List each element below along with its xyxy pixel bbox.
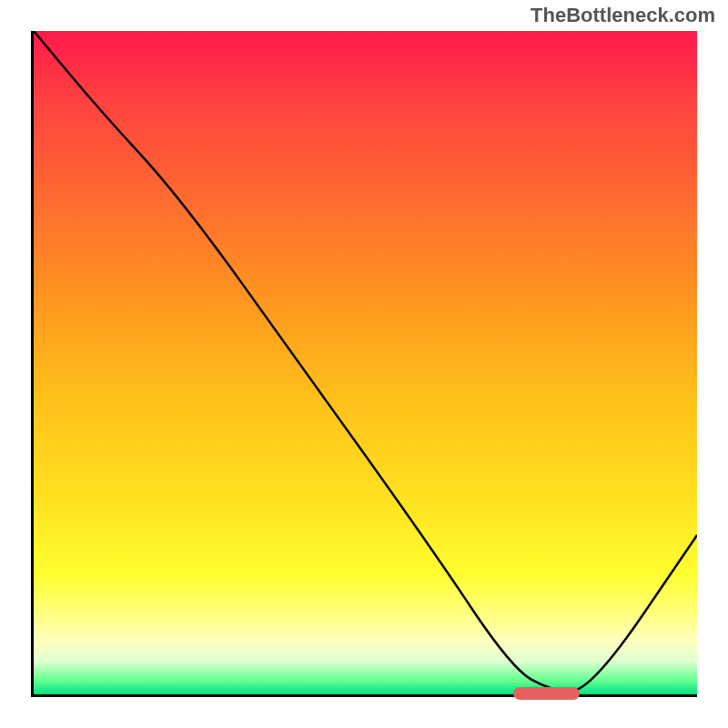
chart-plot-area xyxy=(31,31,697,697)
bottleneck-curve-path xyxy=(34,31,697,691)
optimal-range-marker xyxy=(513,687,580,700)
bottleneck-curve-svg xyxy=(34,31,697,694)
watermark-text: TheBottleneck.com xyxy=(531,4,715,27)
